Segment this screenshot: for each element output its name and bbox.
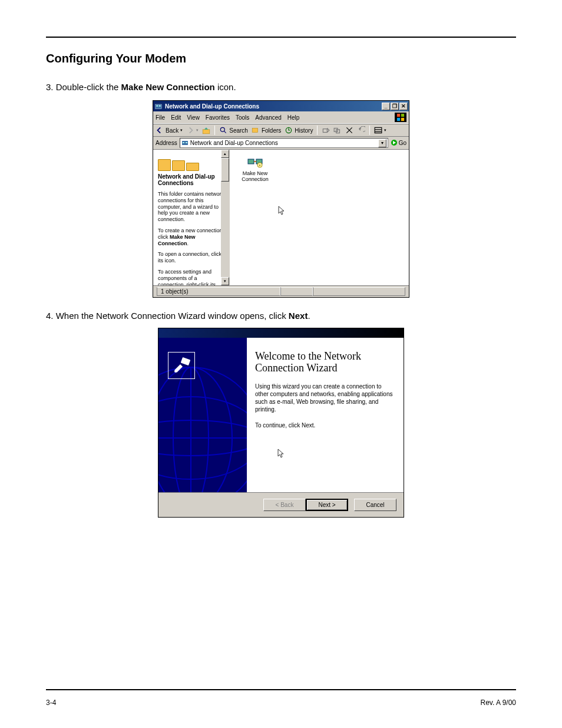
- cursor-icon: [278, 206, 286, 218]
- undo-button[interactable]: [357, 126, 365, 134]
- svg-point-36: [174, 370, 177, 373]
- wizard-icon: [168, 352, 195, 379]
- status-cell-3: [313, 287, 405, 296]
- scroll-down-icon[interactable]: ▾: [221, 277, 229, 285]
- delete-button[interactable]: [345, 126, 353, 134]
- step-3-text: 3. Double-click the Make New Connection …: [46, 82, 516, 92]
- folders-icon: [252, 126, 260, 134]
- step3-prefix: 3. Double-click the: [46, 82, 121, 92]
- address-bar: Address Network and Dial-up Connections …: [153, 137, 409, 150]
- wizard-p1: Using this wizard you can create a conne…: [255, 383, 393, 413]
- search-button[interactable]: Search: [219, 126, 248, 134]
- views-button[interactable]: ▾: [374, 126, 386, 134]
- go-icon: [391, 139, 398, 147]
- svg-rect-12: [323, 129, 328, 133]
- back-label: Back: [166, 127, 178, 134]
- item-label: Make New Connection: [234, 170, 276, 182]
- next-button[interactable]: Next >: [306, 499, 348, 511]
- wizard-dialog: Welcome to the Network Connection Wizard…: [158, 328, 404, 518]
- pane-p2: To create a new connection, click Make N…: [158, 228, 226, 246]
- cancel-button[interactable]: Cancel: [354, 499, 396, 511]
- menu-view[interactable]: View: [187, 114, 200, 121]
- svg-rect-20: [186, 142, 187, 143]
- wizard-button-row: < Back Next > Cancel: [158, 492, 404, 517]
- history-icon: [285, 126, 293, 134]
- address-dropdown-icon[interactable]: ▾: [378, 139, 386, 147]
- pane-p3: To open a connection, click its icon.: [158, 251, 226, 264]
- menu-tools[interactable]: Tools: [236, 114, 249, 121]
- views-icon: [374, 126, 382, 134]
- status-text: 1 object(s): [157, 287, 280, 296]
- svg-text:✶: ✶: [258, 163, 262, 167]
- moveto-button[interactable]: [322, 126, 330, 134]
- search-icon: [219, 126, 227, 134]
- copyto-button[interactable]: [333, 126, 342, 134]
- explorer-window: Network and Dial-up Connections _ ❐ ✕ Fi…: [153, 100, 409, 298]
- go-label: Go: [399, 140, 406, 146]
- delete-icon: [345, 126, 353, 134]
- close-button[interactable]: ✕: [399, 103, 408, 110]
- svg-rect-1: [156, 106, 158, 107]
- wizard-titlebar: [158, 328, 404, 338]
- left-scrollbar[interactable]: ▴ ▾: [221, 150, 229, 285]
- svg-rect-15: [375, 127, 382, 133]
- folder-icon: [154, 102, 163, 110]
- maximize-button[interactable]: ❐: [391, 103, 399, 110]
- scroll-thumb[interactable]: [221, 158, 229, 182]
- pane-p2c: .: [187, 241, 189, 246]
- back-button: < Back: [263, 499, 306, 511]
- folder-art-icon: [158, 153, 226, 171]
- page-heading: Configuring Your Modem: [46, 52, 516, 65]
- menu-favorites[interactable]: Favorites: [206, 114, 230, 121]
- menu-advanced[interactable]: Advanced: [255, 114, 281, 121]
- step3-bold: Make New Connection: [121, 82, 215, 92]
- address-field[interactable]: Network and Dial-up Connections ▾: [180, 138, 388, 148]
- copyto-icon: [333, 126, 342, 134]
- wizard-sidebar: [158, 338, 247, 492]
- menu-file[interactable]: File: [156, 114, 165, 121]
- status-bar: 1 object(s): [153, 285, 409, 297]
- step4-suffix: .: [308, 311, 310, 321]
- minimize-button[interactable]: _: [382, 103, 390, 110]
- svg-rect-4: [401, 114, 404, 117]
- wizard-p2: To continue, click Next.: [255, 421, 393, 429]
- back-button[interactable]: Back ▾: [156, 126, 183, 134]
- forward-button[interactable]: ▾: [186, 126, 199, 134]
- page-number: 3-4: [46, 699, 56, 707]
- step4-prefix: 4. When the Network Connection Wizard wi…: [46, 311, 289, 321]
- connection-icon: ✶: [247, 154, 263, 169]
- toolbar: Back ▾ ▾ Search Folders History: [153, 124, 409, 137]
- forward-arrow-icon: [186, 126, 194, 134]
- menu-help[interactable]: Help: [287, 114, 300, 121]
- svg-rect-19: [183, 142, 184, 143]
- history-label: History: [295, 127, 313, 134]
- menu-edit[interactable]: Edit: [171, 114, 181, 121]
- svg-line-9: [224, 131, 226, 133]
- pane-p1: This folder contains network connections…: [158, 191, 226, 223]
- svg-rect-3: [397, 114, 400, 117]
- wizard-title: Welcome to the Network Connection Wizard: [255, 351, 393, 374]
- up-button[interactable]: [202, 126, 210, 134]
- menubar: File Edit View Favorites Tools Advanced …: [153, 111, 409, 124]
- status-cell-2: [280, 287, 313, 296]
- search-label: Search: [229, 127, 248, 134]
- folders-label: Folders: [262, 127, 281, 134]
- svg-rect-35: [181, 357, 191, 365]
- pane-title: Network and Dial-up Connections: [158, 173, 226, 186]
- wizard-body: Welcome to the Network Connection Wizard…: [247, 338, 404, 492]
- undo-icon: [357, 126, 365, 134]
- cursor-icon: [277, 449, 286, 462]
- svg-rect-10: [252, 129, 257, 133]
- folders-button[interactable]: Folders: [252, 126, 281, 134]
- svg-rect-22: [248, 159, 254, 164]
- history-button[interactable]: History: [285, 126, 313, 134]
- moveto-icon: [322, 126, 330, 134]
- make-new-connection-item[interactable]: ✶ Make New Connection: [234, 154, 276, 182]
- step-4-text: 4. When the Network Connection Wizard wi…: [46, 311, 516, 321]
- up-folder-icon: [202, 126, 210, 134]
- step3-suffix: icon.: [215, 82, 236, 92]
- go-button[interactable]: Go: [391, 139, 406, 147]
- scroll-up-icon[interactable]: ▴: [221, 150, 229, 158]
- back-arrow-icon: [156, 126, 164, 134]
- revision-label: Rev. A 9/00: [481, 699, 517, 707]
